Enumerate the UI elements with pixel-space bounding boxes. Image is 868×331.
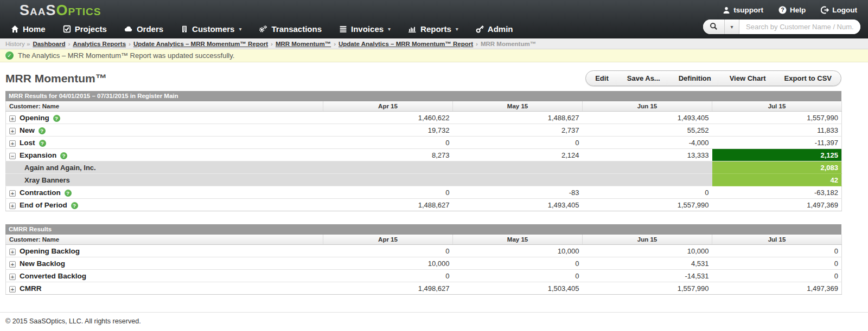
flash-message-text: The Analytics – MRR Momentum™ Report was… [18,51,234,60]
nav-projects[interactable]: Projects [63,24,107,34]
column-header-customer-name: Customer: Name [6,101,323,112]
table-header-row: Customer: Name Apr 15 May 15 Jun 15 Jul … [6,235,842,245]
help-icon[interactable]: ? [39,140,46,147]
cell-value: 4,531 [583,257,712,270]
nav-admin[interactable]: Admin [476,24,513,34]
help-icon[interactable]: ? [71,202,78,209]
breadcrumb-link-update-report-2[interactable]: Update Analytics – MRR Momentum™ Report [339,41,473,47]
cell-value: 1,488,627 [453,112,583,124]
expand-icon[interactable]: + [9,190,16,197]
cell-value: 8,273 [323,149,453,161]
column-header-may15: May 15 [453,235,583,245]
page-title: MRR Momentum™ [5,72,107,85]
breadcrumb-link-dashboard[interactable]: Dashboard [33,41,65,47]
help-label: Help [790,6,806,14]
expand-icon[interactable]: + [9,140,16,147]
cell-value: 1,497,369 [712,199,842,211]
cell-value: 0 [453,137,583,149]
breadcrumb-prefix: History » [5,41,30,47]
column-header-jun15: Jun 15 [583,235,712,245]
expand-icon[interactable]: + [9,128,16,134]
row-label: Contraction [20,189,61,197]
export-to-csv-button[interactable]: Export to CSV [775,71,841,86]
expand-icon[interactable]: + [9,203,16,209]
column-header-jul15: Jul 15 [712,101,842,112]
breadcrumb-link-mrr-momentum[interactable]: MRR Momentum™ [276,41,331,47]
table-row-expansion: −Expansion? 8,273 2,124 13,333 2,125 [6,149,842,161]
column-header-apr15: Apr 15 [323,101,453,112]
edit-button[interactable]: Edit [586,71,618,86]
nav-customers[interactable]: Customers ▾ [181,24,241,34]
view-chart-button[interactable]: View Chart [720,71,775,86]
nav-orders[interactable]: Orders [124,24,163,34]
cell-value: 0 [323,245,453,257]
expand-icon[interactable]: + [9,115,16,122]
search-button[interactable] [703,20,725,34]
cell-value: 11,833 [712,124,842,137]
user-account-item[interactable]: tsupport [723,6,763,14]
table-subrow-customer: Again and Again, Inc. 2,083 [6,161,842,174]
expand-icon[interactable]: + [9,286,16,293]
table-row-opening: +Opening? 1,460,622 1,488,627 1,493,405 … [6,112,842,124]
cell-value: 0 [323,186,453,199]
bar-chart-icon [408,25,417,33]
home-icon [11,25,19,33]
saasoptics-logo[interactable]: SaaSOptics [20,3,101,18]
cloud-icon [124,25,133,33]
breadcrumb-link-update-report[interactable]: Update Analytics – MRR Momentum™ Report [133,41,268,47]
column-header-may15: May 15 [453,101,583,112]
logout-menu-item[interactable]: Logout [821,6,857,14]
column-header-jun15: Jun 15 [583,101,712,112]
cell-value-highlighted: 2,083 [712,161,842,174]
search-input[interactable] [739,20,860,34]
mrr-results-table: MRR Results for 04/01/2015 – 07/31/2015 … [5,91,841,211]
cell-value: 0 [712,270,842,282]
cell-value [323,174,453,186]
chevron-down-icon: ▾ [730,24,733,30]
nav-home[interactable]: Home [11,24,46,34]
table-row-new-backlog: +New Backlog 10,000 0 4,531 0 [6,257,842,270]
cell-value: -63,182 [712,186,842,199]
search-box: ▾ [703,20,860,34]
breadcrumb-separator: › [129,41,131,47]
row-label: Lost [20,139,35,147]
cell-value [453,161,583,174]
search-options-button[interactable]: ▾ [725,20,739,34]
row-label: Converted Backlog [20,272,86,280]
row-label: Opening Backlog [20,247,80,255]
save-as-button[interactable]: Save As... [618,71,669,86]
copyright-text: © 2015 SaaSOptics, LLC. All rights reser… [5,317,141,325]
cell-value: 0 [323,270,453,282]
table-subrow-customer: Xray Banners 42 [6,174,842,186]
cell-value: 1,557,990 [712,112,842,124]
top-navigation-bar: SaaSOptics tsupport ? Help Logout [0,0,868,38]
nav-invoices[interactable]: Invoices ▾ [339,24,391,34]
row-label: New [20,126,35,134]
cell-value: 55,252 [583,124,712,137]
table-row-lost: +Lost? 0 0 -4,000 -11,397 [6,137,842,149]
definition-button[interactable]: Definition [669,71,720,86]
row-label: Opening [20,114,49,122]
help-menu-item[interactable]: ? Help [778,6,806,14]
expand-icon[interactable]: + [9,261,16,268]
help-icon[interactable]: ? [53,115,60,122]
help-icon[interactable]: ? [65,190,72,197]
nav-orders-label: Orders [137,24,163,34]
nav-transactions[interactable]: Transactions [259,24,322,34]
help-icon[interactable]: ? [60,152,67,159]
expand-icon[interactable]: + [9,274,16,280]
collapse-icon[interactable]: − [9,153,16,159]
table-row-converted-backlog: +Converted Backlog 0 0 -14,531 0 [6,270,842,282]
row-label: End of Period [20,201,67,209]
nav-reports[interactable]: Reports ▾ [408,24,458,34]
breadcrumb-link-analytics-reports[interactable]: Analytics Reports [73,41,126,47]
logout-icon [821,6,829,14]
help-icon[interactable]: ? [39,127,46,134]
table-row-new: +New? 19,732 2,737 55,252 11,833 [6,124,842,137]
flash-message-bar: ✓ The Analytics – MRR Momentum™ Report w… [0,49,868,62]
expand-icon[interactable]: + [9,249,16,255]
building-icon [181,25,188,33]
logout-label: Logout [832,6,857,14]
cell-value: 19,732 [323,124,453,137]
success-check-icon: ✓ [5,51,14,60]
